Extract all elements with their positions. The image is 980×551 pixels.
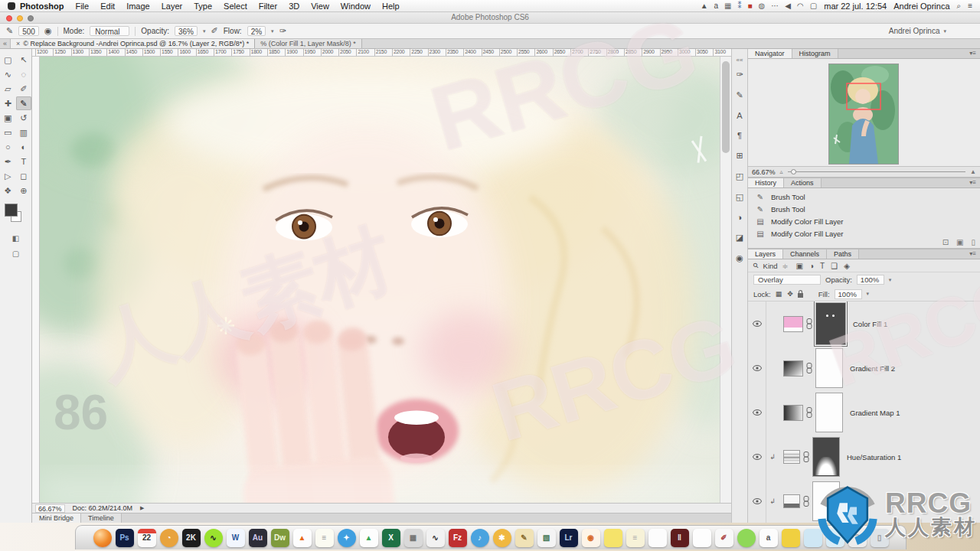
new-document-from-state-icon[interactable]: ⊡ <box>942 238 949 246</box>
layer-name[interactable]: Gradient Map 1 <box>850 409 900 417</box>
dock-calendar[interactable]: 22 <box>138 529 156 547</box>
menu-image[interactable]: Image <box>126 2 150 11</box>
lock-transparency-icon[interactable]: ▦ <box>776 290 782 298</box>
dock-audition[interactable]: Au <box>249 529 267 547</box>
filter-search-icon[interactable]: ⚲ <box>751 261 760 270</box>
fill-caret-icon[interactable]: ▾ <box>867 291 870 297</box>
history-brush-tool[interactable]: ↺ <box>16 111 32 125</box>
mask-link-icon[interactable] <box>803 452 809 462</box>
eraser-tool[interactable]: ▭ <box>0 126 16 139</box>
layer-thumbnail[interactable] <box>783 316 803 332</box>
layer-row[interactable]: ↲Hue/Saturation 1 <box>748 435 980 479</box>
dock-preview[interactable]: ▧ <box>537 529 556 547</box>
brush-tool[interactable]: ✎ <box>16 96 32 110</box>
spotlight-search-icon[interactable]: ⌕ <box>957 2 962 10</box>
layer-mask-thumbnail[interactable] <box>812 437 840 477</box>
eyedropper-tool[interactable]: ✐ <box>16 82 32 96</box>
flow-field[interactable]: 2% <box>247 26 266 36</box>
panel-tab-navigator[interactable]: Navigator <box>748 49 792 58</box>
dock-card[interactable] <box>648 529 667 547</box>
panel-tab-paths[interactable]: Paths <box>827 249 859 259</box>
lasso-tool[interactable]: ∿ <box>0 67 16 81</box>
more-status-icon[interactable]: ⋯ <box>771 2 779 10</box>
vertical-scrollbar[interactable] <box>720 57 731 503</box>
dock-blank-doc[interactable] <box>693 529 711 547</box>
layer-thumbnail[interactable] <box>783 360 803 377</box>
users-status-icon[interactable]: ⁑ <box>738 2 742 10</box>
menu-filter[interactable]: Filter <box>259 2 277 11</box>
dock-spotify[interactable]: ∿ <box>204 529 223 547</box>
blur-tool[interactable]: ○ <box>0 140 16 154</box>
volume-status-icon[interactable]: ◀ <box>785 2 791 10</box>
status-options-arrow-icon[interactable]: ▶ <box>140 505 144 511</box>
navigator-zoom-field[interactable]: 66.67% <box>752 168 776 176</box>
menu-select[interactable]: Select <box>224 2 247 11</box>
dock-notes[interactable]: ≡ <box>626 529 645 547</box>
layer-mask-thumbnail[interactable] <box>815 348 843 388</box>
filter-kind-select[interactable]: Kind <box>763 262 778 270</box>
scrollbar-thumb[interactable] <box>722 61 730 153</box>
menu-type[interactable]: Type <box>194 2 212 11</box>
slider-thumb[interactable] <box>791 169 796 174</box>
dock-activity-monitor[interactable]: ∿ <box>426 529 445 547</box>
dock-notebook[interactable]: ✐ <box>715 529 733 547</box>
marquee-tool[interactable]: ▢ <box>0 53 16 67</box>
dock-itunes[interactable]: ♪ <box>471 529 489 547</box>
navigator-zoom-slider[interactable] <box>788 171 966 172</box>
vertical-ruler[interactable] <box>32 57 40 503</box>
dock-folder-2[interactable] <box>826 529 844 547</box>
layer-thumbnail[interactable] <box>783 450 800 464</box>
lock-all-icon[interactable] <box>798 293 803 298</box>
photos-status-icon[interactable]: ▦ <box>724 2 731 10</box>
menu-view[interactable]: View <box>311 2 329 11</box>
foreground-color-swatch[interactable] <box>5 204 18 217</box>
dock-aperture[interactable]: ◔ <box>160 529 178 547</box>
dock-vlc[interactable]: ▲ <box>293 529 312 547</box>
dock-firefox[interactable] <box>93 529 112 547</box>
panel-tab-channels[interactable]: Channels <box>783 249 827 259</box>
styles-panel-icon[interactable]: ◱ <box>736 192 743 202</box>
opacity-caret-icon[interactable]: ▾ <box>889 277 892 283</box>
dock-photoshop[interactable]: Ps <box>116 529 134 547</box>
history-state-brush-tool[interactable]: ✎Brush Tool <box>756 203 980 215</box>
menu-layer[interactable]: Layer <box>162 2 183 11</box>
dock-textedit[interactable]: ≡ <box>315 529 334 547</box>
dock-stickies[interactable] <box>604 529 622 547</box>
move-tool[interactable]: ↖ <box>16 53 32 67</box>
document-canvas[interactable]: 86 <box>40 57 720 510</box>
display-status-icon[interactable]: ▢ <box>810 2 817 10</box>
dock-grab[interactable] <box>737 529 756 547</box>
drive-status-icon[interactable]: ▲ <box>701 2 708 10</box>
crop-tool[interactable]: ▱ <box>0 82 16 96</box>
brush-panel-icon[interactable]: ✎ <box>736 90 743 100</box>
notification-center-icon[interactable]: ≡ <box>968 2 972 10</box>
dock-notes-pencil[interactable]: ✎ <box>515 529 534 547</box>
app-a-status-icon[interactable]: a <box>714 2 719 10</box>
airbrush-toggle-icon[interactable]: ✑ <box>279 26 286 36</box>
history-state-modify-fill[interactable]: ▤Modify Color Fill Layer <box>756 215 980 227</box>
document-tab-active[interactable]: × © Replace Background -Andrei Oprinca.p… <box>11 39 255 48</box>
layer-visibility-toggle[interactable] <box>748 435 766 479</box>
adjustments-panel-icon[interactable]: ◑ <box>737 213 743 222</box>
dock-lightroom[interactable]: Lr <box>560 529 578 547</box>
paragraph-panel-icon[interactable]: ¶ <box>737 131 742 140</box>
record-status-icon[interactable]: ■ <box>748 2 753 10</box>
lock-position-icon[interactable]: ✥ <box>787 290 793 298</box>
layer-thumbnail[interactable] <box>783 405 803 421</box>
dock-photos-grid[interactable]: ▦ <box>404 529 423 547</box>
brush-preset-picker-icon[interactable]: ◉ <box>44 26 52 36</box>
timer-status-icon[interactable]: ◍ <box>759 2 766 10</box>
panel-menu-icon[interactable]: ▾≡ <box>969 249 980 259</box>
screen-mode-button[interactable]: ▢ <box>12 249 19 258</box>
layer-mask-thumbnail[interactable] <box>812 481 840 521</box>
quick-selection-tool[interactable]: ◌ <box>16 67 32 81</box>
panel-tab-actions[interactable]: Actions <box>784 178 822 187</box>
dock-safari[interactable]: ✦ <box>338 529 356 547</box>
menubar-user[interactable]: Andrei Oprinca <box>893 2 949 11</box>
mask-link-icon[interactable] <box>806 363 812 373</box>
layer-mask-thumbnail[interactable] <box>815 302 846 345</box>
navigator-thumbnail[interactable] <box>828 64 899 165</box>
menu-window[interactable]: Window <box>341 2 371 11</box>
character-panel-icon[interactable]: A <box>737 111 742 120</box>
account-menu[interactable]: Andrei Oprinca ▾ <box>889 27 946 35</box>
